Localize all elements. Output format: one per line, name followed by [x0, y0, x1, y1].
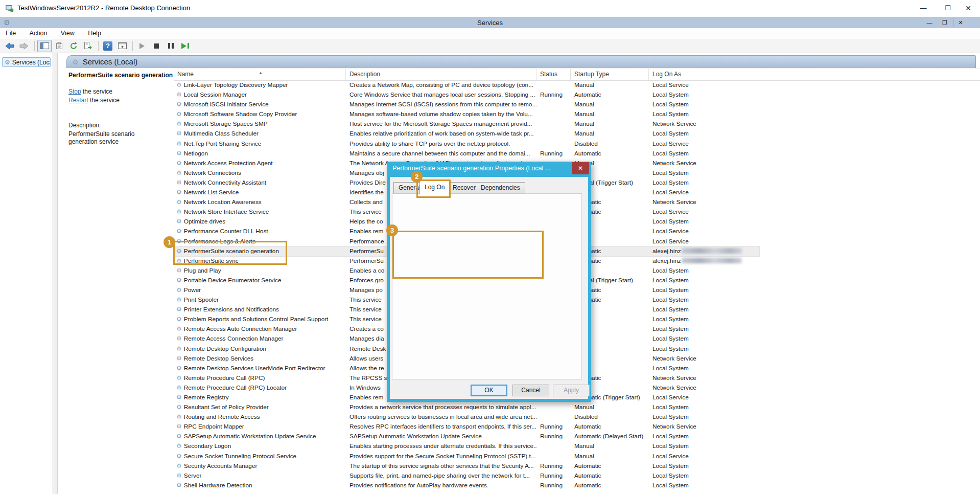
- stop-service-link[interactable]: Stop: [68, 88, 81, 95]
- service-startup-cell: Disabled: [571, 139, 649, 149]
- sort-ascending-icon: ▲: [259, 69, 263, 78]
- table-row[interactable]: ⚙Link-Layer Topology Discovery MapperCre…: [174, 80, 759, 90]
- service-name-cell: ⚙Net.Tcp Port Sharing Service: [174, 139, 346, 149]
- service-name-cell: ⚙Server: [174, 471, 346, 481]
- help-icon[interactable]: ?: [101, 40, 114, 52]
- column-header-status[interactable]: Status: [536, 69, 571, 80]
- services-restore-button[interactable]: ❐: [938, 18, 951, 27]
- restart-service-line: Restart the service: [68, 97, 120, 104]
- menu-help[interactable]: Help: [82, 28, 107, 38]
- services-close-button[interactable]: ✕: [953, 18, 967, 27]
- service-logon-cell: Local System: [649, 266, 758, 276]
- menu-file[interactable]: File: [0, 28, 21, 38]
- service-name: Portable Device Enumerator Service: [184, 277, 282, 284]
- service-status-cell: [536, 139, 571, 149]
- log-on-as-value: Local System: [652, 296, 689, 303]
- service-logon-cell: Local System: [649, 285, 758, 295]
- table-row[interactable]: ⚙Net.Tcp Port Sharing ServiceProvides ab…: [174, 139, 759, 149]
- stop-service-text: the service: [81, 88, 112, 95]
- start-service-icon[interactable]: [135, 40, 149, 52]
- table-row[interactable]: ⚙Routing and Remote AccessOffers routing…: [174, 412, 759, 422]
- service-icon: ⚙: [176, 423, 182, 430]
- menu-action[interactable]: Action: [24, 28, 53, 38]
- rdp-close-button[interactable]: ✕: [956, 0, 980, 16]
- service-icon: ⚙: [176, 355, 182, 362]
- pane-splitter[interactable]: [53, 53, 58, 494]
- service-logon-cell: alexej.hinz: [649, 256, 758, 266]
- back-icon[interactable]: [3, 40, 16, 52]
- log-on-as-value: Local System: [652, 433, 689, 440]
- properties-icon[interactable]: [53, 40, 66, 52]
- restart-service-link[interactable]: Restart: [68, 97, 88, 104]
- column-header-log-on-as[interactable]: Log On As: [649, 69, 758, 80]
- log-on-as-value: Local System: [652, 110, 689, 118]
- table-row[interactable]: ⚙Microsoft Software Shadow Copy Provider…: [174, 109, 759, 119]
- service-icon: ⚙: [176, 189, 182, 196]
- tab-dependencies[interactable]: Dependencies: [476, 182, 525, 193]
- annotation-box-1: [173, 241, 287, 265]
- service-description-cell: Enables relative prioritization of work …: [346, 129, 536, 139]
- tree-item-services-local[interactable]: ⚙Services (Local): [2, 57, 51, 67]
- service-startup-cell: Manual: [571, 402, 649, 412]
- service-name-cell: ⚙Remote Desktop Services UserMode Port R…: [174, 364, 346, 373]
- service-name-cell: ⚙Link-Layer Topology Discovery Mapper: [174, 80, 346, 90]
- dialog-close-icon[interactable]: ✕: [572, 162, 589, 174]
- table-row[interactable]: ⚙Microsoft Storage Spaces SMPHost servic…: [174, 119, 759, 129]
- service-logon-cell: Local System: [649, 324, 758, 334]
- log-on-as-value: Local System: [652, 482, 689, 489]
- service-icon: ⚙: [176, 267, 182, 274]
- column-header-description[interactable]: Description: [346, 69, 536, 80]
- show-action-pane-icon[interactable]: [115, 40, 129, 52]
- cancel-button[interactable]: Cancel: [512, 385, 549, 396]
- pause-service-icon[interactable]: [164, 40, 177, 52]
- service-logon-cell: Local System: [649, 432, 758, 441]
- service-icon: ⚙: [176, 91, 182, 98]
- table-row[interactable]: ⚙RPC Endpoint MapperResolves RPC interfa…: [174, 422, 759, 432]
- service-logon-cell: Network Service: [649, 119, 758, 129]
- table-row[interactable]: ⚙Local Session ManagerCore Windows Servi…: [174, 90, 759, 100]
- column-header-startup-type[interactable]: Startup Type: [571, 69, 649, 80]
- table-row[interactable]: ⚙Secondary LogonEnables starting process…: [174, 441, 759, 451]
- table-row[interactable]: ⚙Resultant Set of Policy ProviderProvide…: [174, 402, 759, 412]
- service-name-cell: ⚙Resultant Set of Policy Provider: [174, 402, 346, 412]
- service-logon-cell: Network Service: [649, 354, 758, 364]
- service-description-cell: Resolves RPC interfaces identifiers to t…: [346, 422, 536, 432]
- table-row[interactable]: ⚙Security Accounts ManagerThe startup of…: [174, 461, 759, 471]
- console-tree-toggle-icon[interactable]: [37, 40, 52, 52]
- service-logon-cell: Local System: [649, 441, 758, 451]
- toolbar-separator: [34, 41, 35, 51]
- service-icon: ⚙: [176, 218, 182, 225]
- table-row[interactable]: ⚙NetlogonMaintains a secure channel betw…: [174, 149, 759, 159]
- service-icon: ⚙: [176, 228, 182, 235]
- service-logon-cell: Network Service: [649, 373, 758, 383]
- menu-view[interactable]: View: [55, 28, 80, 38]
- column-header-name[interactable]: Name▲: [174, 69, 346, 80]
- stop-service-icon[interactable]: [150, 40, 163, 52]
- table-header-row: Name▲ Description Status Startup Type Lo…: [174, 69, 980, 81]
- log-on-as-value: Local System: [652, 218, 689, 225]
- service-startup-cell: Automatic: [571, 422, 649, 432]
- refresh-icon[interactable]: [67, 40, 80, 52]
- services-minimize-button[interactable]: —: [923, 18, 936, 27]
- table-row[interactable]: ⚙SAPSetup Automatic Workstation Update S…: [174, 432, 759, 441]
- table-row[interactable]: ⚙ServerSupports file, print, and named-p…: [174, 471, 759, 481]
- log-on-as-value: Local Service: [652, 453, 689, 460]
- table-row[interactable]: ⚙Secure Socket Tunneling Protocol Servic…: [174, 452, 759, 461]
- forward-icon[interactable]: [17, 40, 31, 52]
- service-status-cell: Running: [536, 461, 571, 471]
- log-on-as-value: Local System: [652, 286, 689, 294]
- service-status-cell: [536, 441, 571, 451]
- table-row[interactable]: ⚙Microsoft iSCSI Initiator ServiceManage…: [174, 100, 759, 109]
- table-row[interactable]: ⚙Multimedia Class SchedulerEnables relat…: [174, 129, 759, 139]
- service-logon-cell: Local System: [649, 402, 758, 412]
- service-description-cell: SAPSetup Automatic Workstation Update Se…: [346, 432, 536, 441]
- toolbar: ?: [0, 39, 980, 53]
- rdp-minimize-button[interactable]: —: [912, 0, 935, 16]
- restart-service-icon[interactable]: [178, 40, 192, 52]
- apply-button[interactable]: Apply: [553, 385, 590, 396]
- service-icon: ⚙: [176, 442, 182, 450]
- export-list-icon[interactable]: [81, 40, 95, 52]
- ok-button[interactable]: OK: [471, 385, 507, 396]
- table-row[interactable]: ⚙Shell Hardware DetectionProvides notifi…: [174, 481, 759, 490]
- service-name-cell: ⚙Remote Registry: [174, 393, 346, 402]
